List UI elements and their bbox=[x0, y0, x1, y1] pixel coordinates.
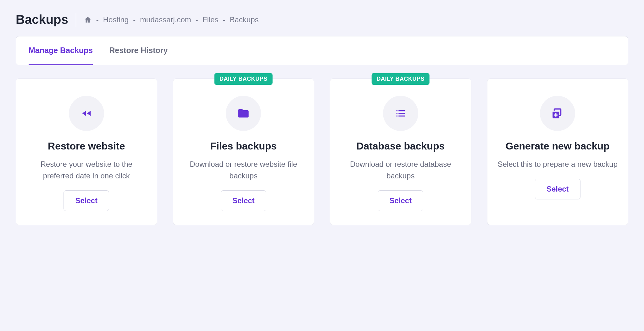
card-database-backups: DAILY BACKUPS Database backups Download … bbox=[330, 79, 471, 225]
add-copy-icon bbox=[540, 96, 575, 131]
card-description: Download or restore website file backups bbox=[183, 158, 305, 182]
card-title: Files backups bbox=[183, 140, 305, 152]
card-files-backups: DAILY BACKUPS Files backups Download or … bbox=[173, 79, 314, 225]
cards-grid: Restore website Restore your website to … bbox=[16, 79, 628, 225]
daily-backups-badge: DAILY BACKUPS bbox=[214, 73, 273, 85]
card-title: Database backups bbox=[340, 140, 462, 152]
card-description: Download or restore database backups bbox=[340, 158, 462, 182]
header-divider bbox=[76, 13, 76, 27]
card-restore-website: Restore website Restore your website to … bbox=[16, 79, 157, 225]
breadcrumb-backups[interactable]: Backups bbox=[230, 15, 259, 24]
card-description: Select this to prepare a new backup bbox=[497, 158, 619, 170]
breadcrumb-separator: - bbox=[196, 15, 198, 24]
select-button-restore-website[interactable]: Select bbox=[64, 190, 109, 211]
breadcrumb-files[interactable]: Files bbox=[203, 15, 219, 24]
folder-icon bbox=[226, 96, 261, 131]
card-title: Restore website bbox=[25, 140, 147, 152]
select-button-files-backups[interactable]: Select bbox=[221, 190, 266, 211]
card-title: Generate new backup bbox=[497, 140, 619, 152]
breadcrumb-domain[interactable]: mudassarj.com bbox=[140, 15, 191, 24]
tab-restore-history[interactable]: Restore History bbox=[109, 36, 168, 65]
breadcrumb-separator: - bbox=[133, 15, 136, 24]
daily-backups-badge: DAILY BACKUPS bbox=[371, 73, 430, 85]
tabs: Manage Backups Restore History bbox=[16, 36, 628, 65]
page-header: Backups - Hosting - mudassarj.com - File… bbox=[16, 13, 628, 27]
rewind-icon bbox=[69, 96, 104, 131]
breadcrumb-hosting[interactable]: Hosting bbox=[103, 15, 129, 24]
breadcrumb: - Hosting - mudassarj.com - Files - Back… bbox=[84, 15, 259, 24]
list-icon bbox=[383, 96, 418, 131]
select-button-database-backups[interactable]: Select bbox=[378, 190, 423, 211]
card-description: Restore your website to the preferred da… bbox=[25, 158, 147, 182]
select-button-generate-new-backup[interactable]: Select bbox=[535, 179, 580, 199]
breadcrumb-separator: - bbox=[223, 15, 225, 24]
breadcrumb-separator: - bbox=[96, 15, 99, 24]
card-generate-new-backup: Generate new backup Select this to prepa… bbox=[487, 79, 629, 225]
page-title: Backups bbox=[16, 13, 68, 27]
home-icon[interactable] bbox=[84, 16, 92, 24]
tab-manage-backups[interactable]: Manage Backups bbox=[29, 36, 93, 65]
